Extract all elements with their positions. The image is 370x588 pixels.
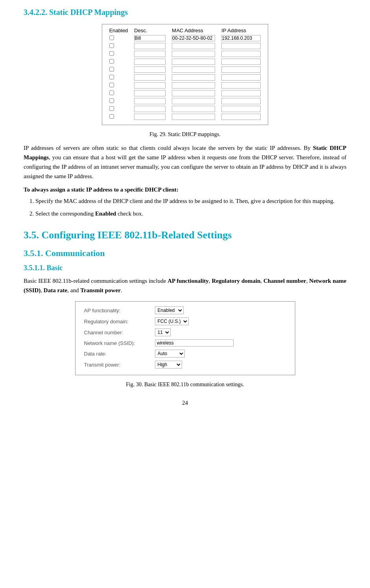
row7-desc[interactable]	[134, 82, 166, 88]
table-row	[106, 50, 264, 58]
row7-mac[interactable]	[172, 82, 215, 88]
dhcp-table: Enabled Desc. MAC Address IP Address	[106, 27, 264, 121]
row3-ip[interactable]	[221, 51, 261, 57]
setting-row-reg: Regulatory domain: FCC (U.S.) ETSI Japan	[81, 316, 289, 327]
row4-mac[interactable]	[172, 59, 215, 65]
row5-ip[interactable]	[221, 66, 261, 73]
row5-checkbox[interactable]	[109, 67, 114, 72]
fig29-container: Enabled Desc. MAC Address IP Address	[24, 24, 346, 125]
setting-row-ssid: Network name (SSID):	[81, 338, 289, 348]
body-text-1: IP addresses of servers are often static…	[24, 143, 346, 181]
section-title-35: 3.5. Configuring IEEE 802.11b-Related Se…	[24, 229, 346, 241]
transmit-power-select[interactable]: High Medium Low	[155, 361, 182, 369]
setting-row-chan: Channel number: 1234 5678 91011	[81, 327, 289, 338]
setting-row-power: Transmit power: High Medium Low	[81, 359, 289, 370]
reg-bold: Regulatory domain	[212, 278, 260, 284]
label-chan: Channel number:	[81, 327, 152, 338]
table-row	[106, 81, 264, 89]
label-power: Transmit power:	[81, 359, 152, 370]
row1-enabled-checkbox[interactable]	[109, 35, 114, 40]
step2-text: Select the corresponding Enabled check b…	[35, 210, 143, 217]
table-row	[106, 113, 264, 121]
settings-table-wrapper: AP functionality: Enabled Disabled Regul…	[75, 301, 295, 375]
table-row	[106, 66, 264, 74]
fig29-caption: Fig. 29. Static DHCP mappings.	[24, 131, 346, 138]
value-ap: Enabled Disabled	[152, 305, 289, 316]
channel-select[interactable]: 1234 5678 91011	[155, 328, 171, 336]
ap-bold: AP functionality	[168, 278, 209, 284]
row1-ip-input[interactable]	[221, 35, 261, 41]
row5-mac[interactable]	[172, 66, 215, 73]
row10-ip[interactable]	[221, 106, 261, 112]
row3-mac[interactable]	[172, 51, 215, 57]
dhcp-table-wrapper: Enabled Desc. MAC Address IP Address	[102, 24, 269, 125]
row11-checkbox[interactable]	[109, 114, 114, 119]
row4-desc[interactable]	[134, 59, 166, 65]
page-number: 24	[24, 400, 346, 406]
ssid-input[interactable]	[155, 339, 234, 347]
row11-desc[interactable]	[134, 114, 166, 120]
row7-ip[interactable]	[221, 82, 261, 88]
value-power: High Medium Low	[152, 359, 289, 370]
instructions-list: Specify the MAC address of the DHCP clie…	[35, 196, 346, 218]
row7-checkbox[interactable]	[109, 83, 114, 87]
instruction-title: To always assign a static IP address to …	[24, 186, 346, 193]
row11-ip[interactable]	[221, 114, 261, 120]
row8-mac[interactable]	[172, 90, 215, 96]
row2-desc[interactable]	[134, 43, 166, 49]
row9-mac[interactable]	[172, 98, 215, 104]
body-text-1-end: , you can ensure that a host will get th…	[24, 154, 346, 179]
table-row	[106, 74, 264, 81]
data-rate-select[interactable]: Auto 1 Mbps 2 Mbps 5.5 Mbps 11 Mbps	[155, 350, 185, 358]
label-ssid: Network name (SSID):	[81, 338, 152, 348]
row2-mac[interactable]	[172, 43, 215, 49]
ap-functionality-select[interactable]: Enabled Disabled	[155, 306, 184, 314]
row10-checkbox[interactable]	[109, 106, 114, 111]
body-basic-start: Basic IEEE 802.11b-related communication…	[24, 278, 168, 284]
row10-desc[interactable]	[134, 106, 166, 112]
value-rate: Auto 1 Mbps 2 Mbps 5.5 Mbps 11 Mbps	[152, 348, 289, 359]
row3-desc[interactable]	[134, 51, 166, 57]
regulatory-domain-select[interactable]: FCC (U.S.) ETSI Japan	[155, 317, 189, 325]
setting-row-ap: AP functionality: Enabled Disabled	[81, 305, 289, 316]
power-bold: Transmit power	[80, 287, 121, 293]
value-ssid	[152, 338, 289, 348]
row6-mac[interactable]	[172, 74, 215, 81]
value-chan: 1234 5678 91011	[152, 327, 289, 338]
table-row	[106, 34, 264, 42]
rate-bold: Data rate	[44, 287, 67, 293]
row4-ip[interactable]	[221, 59, 261, 65]
row5-desc[interactable]	[134, 66, 166, 73]
fig30-caption: Fig. 30. Basic IEEE 802.11b communicatio…	[24, 382, 346, 388]
col-mac: MAC Address	[169, 27, 218, 34]
body-text-1-start: IP addresses of servers are often static…	[24, 145, 313, 151]
row1-desc-input[interactable]	[134, 35, 166, 41]
col-desc: Desc.	[131, 27, 169, 34]
row11-mac[interactable]	[172, 114, 215, 120]
list-item: Specify the MAC address of the DHCP clie…	[35, 196, 346, 206]
row6-checkbox[interactable]	[109, 75, 114, 79]
label-rate: Data rate:	[81, 348, 152, 359]
row10-mac[interactable]	[172, 106, 215, 112]
row9-ip[interactable]	[221, 98, 261, 104]
row1-mac-input[interactable]	[172, 35, 215, 41]
list-item: Select the corresponding Enabled check b…	[35, 209, 346, 218]
settings-table: AP functionality: Enabled Disabled Regul…	[81, 305, 289, 370]
value-reg: FCC (U.S.) ETSI Japan	[152, 316, 289, 327]
col-ip: IP Address	[218, 27, 264, 34]
row3-checkbox[interactable]	[109, 51, 114, 56]
row8-checkbox[interactable]	[109, 90, 114, 95]
row8-ip[interactable]	[221, 90, 261, 96]
label-ap: AP functionality:	[81, 305, 152, 316]
row9-desc[interactable]	[134, 98, 166, 104]
row6-desc[interactable]	[134, 74, 166, 81]
col-enabled: Enabled	[106, 27, 131, 34]
row9-checkbox[interactable]	[109, 98, 114, 103]
row4-checkbox[interactable]	[109, 59, 114, 64]
row6-ip[interactable]	[221, 74, 261, 81]
table-row	[106, 89, 264, 97]
row8-desc[interactable]	[134, 90, 166, 96]
row2-checkbox[interactable]	[109, 43, 114, 48]
row2-ip[interactable]	[221, 43, 261, 49]
table-row	[106, 42, 264, 50]
